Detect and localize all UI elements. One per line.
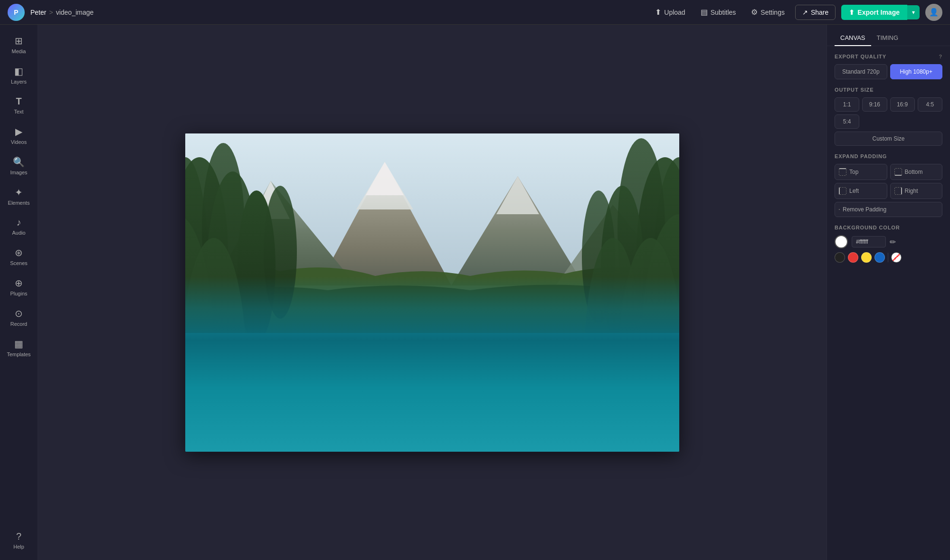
padding-top-button[interactable]: Top: [835, 164, 887, 180]
svg-line-33: [280, 373, 470, 376]
svg-marker-3: [366, 162, 404, 195]
swatch-black[interactable]: [835, 252, 845, 263]
swatch-no-color[interactable]: [891, 252, 902, 263]
svg-marker-8: [556, 205, 679, 285]
sidebar-item-label: Text: [14, 109, 23, 114]
sidebar-item-label: Plugins: [10, 291, 27, 296]
svg-rect-26: [185, 333, 679, 452]
color-hex-value[interactable]: #ffffff: [852, 236, 886, 247]
svg-marker-1: [318, 162, 451, 285]
chevron-down-icon: ▾: [912, 9, 915, 16]
sidebar-item-media[interactable]: ⊞ Media: [2, 30, 36, 59]
size-4-5-button[interactable]: 4:5: [918, 97, 942, 112]
background-color-section: BACKGROUND COLOR #ffffff ✏: [827, 225, 950, 270]
tab-timing[interactable]: TIMING: [871, 30, 904, 46]
size-5-4-button[interactable]: 5:4: [835, 114, 859, 129]
svg-point-21: [582, 190, 615, 323]
padding-right-button[interactable]: Right: [890, 183, 943, 199]
help-icon: ?: [939, 54, 942, 59]
svg-rect-25: [185, 333, 679, 452]
padding-bottom-button[interactable]: Bottom: [890, 164, 943, 180]
tab-canvas[interactable]: CANVAS: [835, 30, 871, 46]
canvas-area: [38, 25, 826, 560]
bg-color-label: BACKGROUND COLOR: [835, 225, 942, 230]
svg-point-10: [185, 157, 209, 395]
svg-point-11: [202, 143, 245, 314]
right-panel: CANVAS TIMING EXPORT QUALITY ? Standard …: [826, 25, 950, 560]
topbar: P Peter > video_image ⬆ Upload ▤ Subtitl…: [0, 0, 950, 25]
settings-button[interactable]: ⚙ Settings: [746, 5, 789, 19]
export-dropdown-button[interactable]: ▾: [907, 5, 920, 19]
subtitles-icon: ▤: [701, 8, 708, 17]
quality-high-button[interactable]: High 1080p+: [890, 64, 943, 79]
svg-line-34: [328, 388, 542, 390]
padding-top-icon: [839, 168, 846, 176]
subtitles-button[interactable]: ▤ Subtitles: [696, 5, 741, 19]
size-9-16-button[interactable]: 9:16: [862, 97, 887, 112]
sidebar-item-images[interactable]: 🔍 Images: [2, 152, 36, 180]
sidebar-item-videos[interactable]: ▶ Videos: [2, 121, 36, 150]
padding-grid: Top Bottom Left Right: [835, 164, 942, 199]
custom-size-button[interactable]: Custom Size: [835, 132, 942, 146]
svg-line-35: [233, 399, 423, 399]
remove-padding-button[interactable]: Remove Padding: [835, 202, 942, 217]
text-icon: T: [16, 96, 21, 107]
panel-tabs: CANVAS TIMING: [827, 25, 950, 46]
svg-point-41: [565, 409, 660, 452]
settings-icon: ⚙: [751, 8, 758, 17]
swatch-blue[interactable]: [874, 252, 885, 263]
sidebar-item-scenes[interactable]: ⊛ Scenes: [2, 242, 36, 271]
quality-standard-button[interactable]: Standard 720p: [835, 64, 887, 79]
quality-buttons: Standard 720p High 1080p+: [835, 64, 942, 79]
avatar[interactable]: 👤: [925, 4, 942, 21]
sidebar-item-label: Elements: [8, 200, 30, 206]
canvas-image[interactable]: [185, 133, 679, 452]
upload-button[interactable]: ⬆ Upload: [650, 5, 690, 19]
svg-point-43: [475, 421, 560, 452]
svg-point-38: [209, 409, 304, 452]
svg-marker-2: [356, 162, 413, 209]
svg-point-15: [185, 214, 214, 452]
project-name: video_image: [56, 9, 94, 16]
sidebar-item-help[interactable]: ? Help: [2, 526, 36, 554]
sidebar-item-label: Media: [12, 48, 26, 54]
svg-line-37: [280, 427, 565, 428]
sidebar-item-label: Audio: [12, 230, 25, 236]
export-main-button[interactable]: ⬆ Export Image: [841, 5, 907, 20]
size-1-1-button[interactable]: 1:1: [835, 97, 859, 112]
svg-point-12: [207, 171, 259, 380]
sidebar-item-label: Layers: [11, 79, 27, 85]
svg-marker-31: [451, 338, 584, 452]
sidebar-item-label: Templates: [7, 351, 30, 357]
color-picker-icon[interactable]: ✏: [890, 237, 896, 247]
svg-point-22: [641, 214, 679, 452]
audio-icon: ♪: [17, 217, 21, 228]
padding-right-icon: [894, 187, 902, 195]
swatch-red[interactable]: [848, 252, 858, 263]
svg-point-23: [618, 238, 679, 452]
svg-line-36: [375, 411, 613, 414]
sidebar-item-text[interactable]: T Text: [2, 91, 36, 119]
size-16-9-button[interactable]: 16:9: [890, 97, 915, 112]
svg-point-16: [185, 238, 247, 452]
sidebar-item-layers[interactable]: ◧ Layers: [2, 61, 36, 89]
sidebar-item-plugins[interactable]: ⊕ Plugins: [2, 273, 36, 301]
svg-point-18: [653, 157, 679, 395]
swatch-yellow[interactable]: [861, 252, 872, 263]
topbar-actions: ⬆ Upload ▤ Subtitles ⚙ Settings ↗ Share …: [650, 4, 942, 21]
mountain-scene: [185, 133, 679, 452]
expand-padding-label: EXPAND PADDING: [835, 153, 942, 159]
share-button[interactable]: ↗ Share: [795, 5, 836, 20]
sidebar-item-elements[interactable]: ✦ Elements: [2, 182, 36, 210]
svg-point-14: [264, 186, 297, 319]
sidebar-item-audio[interactable]: ♪ Audio: [2, 212, 36, 240]
padding-left-button[interactable]: Left: [835, 183, 887, 199]
swatch-divider: [888, 253, 888, 262]
export-icon: ⬆: [849, 9, 855, 16]
svg-point-39: [185, 409, 223, 452]
share-icon: ↗: [802, 9, 808, 16]
sidebar-item-record[interactable]: ⊙ Record: [2, 303, 36, 332]
bg-color-preview[interactable]: [835, 235, 848, 248]
record-icon: ⊙: [15, 308, 23, 319]
sidebar-item-templates[interactable]: ▦ Templates: [2, 333, 36, 362]
